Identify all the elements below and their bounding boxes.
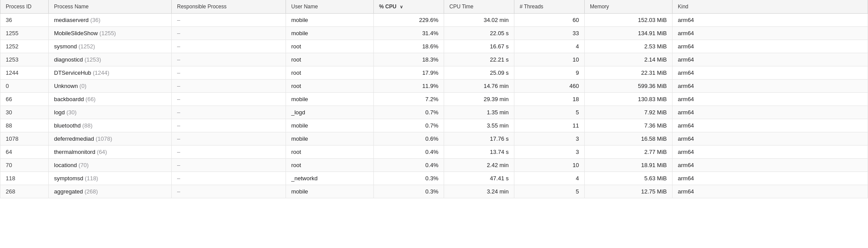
cell-memory: 7.92 MiB (585, 106, 673, 119)
process-name-pid-suffix: (1244) (93, 69, 109, 76)
process-name-text: thermalmonitord (54, 149, 95, 155)
cell-cpu-pct: 18.6% (374, 40, 444, 53)
cell-cpu-time: 2.42 min (444, 159, 514, 172)
process-name-pid-suffix: (30) (66, 109, 76, 116)
cell-kind: arm64 (673, 119, 868, 132)
cell-cpu-time: 25.09 s (444, 66, 514, 80)
cell-pid: 1078 (0, 132, 49, 146)
cell-memory: 2.14 MiB (585, 53, 673, 66)
table-row[interactable]: 1255 MobileSlideShow (1255) – mobile 31.… (0, 27, 868, 40)
cell-memory: 152.03 MiB (585, 14, 673, 27)
table-row[interactable]: 70 locationd (70) – root 0.4% 2.42 min 1… (0, 159, 868, 172)
col-header-responsible-label: Responsible Process (177, 4, 227, 10)
table-row[interactable]: 30 logd (30) – _logd 0.7% 1.35 min 5 7.9… (0, 106, 868, 119)
col-header-process-name[interactable]: Process Name (49, 0, 172, 14)
cell-threads: 33 (514, 27, 585, 40)
cell-pid: 64 (0, 146, 49, 159)
table-row[interactable]: 118 symptomsd (118) – _networkd 0.3% 47.… (0, 172, 868, 185)
process-name-pid-suffix: (1255) (99, 30, 116, 36)
process-name-text: MobileSlideShow (54, 30, 98, 36)
process-table-container: Process ID Process Name Responsible Proc… (0, 0, 868, 198)
col-header-process-id-label: Process ID (6, 4, 32, 10)
table-row[interactable]: 1244 DTServiceHub (1244) – root 17.9% 25… (0, 66, 868, 80)
cell-process-name: mediaserverd (36) (49, 14, 172, 27)
process-name-pid-suffix: (1252) (79, 43, 95, 50)
col-header-user-name[interactable]: User Name (286, 0, 374, 14)
cell-cpu-pct: 11.9% (374, 80, 444, 93)
col-header-memory[interactable]: Memory (585, 0, 673, 14)
cell-process-name: symptomsd (118) (49, 172, 172, 185)
cell-responsible: – (172, 185, 286, 198)
col-header-threads-label: # Threads (520, 4, 543, 10)
cell-pid: 1253 (0, 53, 49, 66)
cell-memory: 7.36 MiB (585, 119, 673, 132)
cell-cpu-time: 3.24 min (444, 185, 514, 198)
process-name-pid-suffix: (268) (84, 188, 98, 195)
col-header-cpu-pct[interactable]: % CPU ∨ (374, 0, 444, 14)
cell-responsible: – (172, 159, 286, 172)
col-header-responsible[interactable]: Responsible Process (172, 0, 286, 14)
table-row[interactable]: 1078 deferredmediad (1078) – mobile 0.6%… (0, 132, 868, 146)
cell-pid: 88 (0, 119, 49, 132)
process-name-pid-suffix: (36) (90, 17, 100, 23)
cell-pid: 70 (0, 159, 49, 172)
cell-cpu-time: 3.55 min (444, 119, 514, 132)
process-name-text: diagnosticd (54, 56, 83, 63)
cell-cpu-pct: 0.4% (374, 159, 444, 172)
cell-responsible: – (172, 119, 286, 132)
cell-pid: 1252 (0, 40, 49, 53)
process-name-pid-suffix: (0) (80, 83, 87, 89)
process-name-text: logd (54, 109, 65, 116)
cell-threads: 10 (514, 159, 585, 172)
cell-responsible: – (172, 172, 286, 185)
process-name-text: backboardd (54, 96, 84, 102)
cell-threads: 3 (514, 146, 585, 159)
cell-cpu-pct: 18.3% (374, 53, 444, 66)
cell-user: root (286, 53, 374, 66)
cell-kind: arm64 (673, 132, 868, 146)
cell-memory: 2.77 MiB (585, 146, 673, 159)
table-row[interactable]: 1252 sysmond (1252) – root 18.6% 16.67 s… (0, 40, 868, 53)
cell-process-name: diagnosticd (1253) (49, 53, 172, 66)
col-header-cpu-time-label: CPU Time (449, 4, 474, 10)
cell-threads: 4 (514, 172, 585, 185)
cell-kind: arm64 (673, 185, 868, 198)
cell-threads: 18 (514, 93, 585, 106)
cell-process-name: MobileSlideShow (1255) (49, 27, 172, 40)
cell-user: mobile (286, 119, 374, 132)
cell-cpu-time: 17.76 s (444, 132, 514, 146)
table-row[interactable]: 36 mediaserverd (36) – mobile 229.6% 34.… (0, 14, 868, 27)
cell-pid: 36 (0, 14, 49, 27)
col-header-process-name-label: Process Name (54, 4, 89, 10)
col-header-process-id[interactable]: Process ID (0, 0, 49, 14)
cell-user: _networkd (286, 172, 374, 185)
cell-threads: 9 (514, 66, 585, 80)
cell-cpu-time: 22.21 s (444, 53, 514, 66)
col-header-cpu-time[interactable]: CPU Time (444, 0, 514, 14)
cell-memory: 5.63 MiB (585, 172, 673, 185)
cell-responsible: – (172, 146, 286, 159)
table-row[interactable]: 64 thermalmonitord (64) – root 0.4% 13.7… (0, 146, 868, 159)
cell-pid: 0 (0, 80, 49, 93)
cell-process-name: Unknown (0) (49, 80, 172, 93)
process-name-pid-suffix: (66) (86, 96, 96, 102)
col-header-threads[interactable]: # Threads (514, 0, 585, 14)
col-header-kind[interactable]: Kind (673, 0, 868, 14)
col-header-user-name-label: User Name (291, 4, 318, 10)
cell-memory: 12.75 MiB (585, 185, 673, 198)
cell-memory: 2.53 MiB (585, 40, 673, 53)
cell-pid: 118 (0, 172, 49, 185)
cell-user: mobile (286, 14, 374, 27)
cell-user: root (286, 66, 374, 80)
table-row[interactable]: 268 aggregated (268) – mobile 0.3% 3.24 … (0, 185, 868, 198)
cell-cpu-time: 47.41 s (444, 172, 514, 185)
table-row[interactable]: 88 bluetoothd (88) – mobile 0.7% 3.55 mi… (0, 119, 868, 132)
cell-cpu-pct: 0.7% (374, 119, 444, 132)
table-row[interactable]: 1253 diagnosticd (1253) – root 18.3% 22.… (0, 53, 868, 66)
cell-cpu-pct: 0.7% (374, 106, 444, 119)
table-row[interactable]: 66 backboardd (66) – mobile 7.2% 29.39 m… (0, 93, 868, 106)
cell-user: mobile (286, 185, 374, 198)
table-row[interactable]: 0 Unknown (0) – root 11.9% 14.76 min 460… (0, 80, 868, 93)
cell-memory: 18.91 MiB (585, 159, 673, 172)
process-name-pid-suffix: (118) (85, 175, 98, 182)
